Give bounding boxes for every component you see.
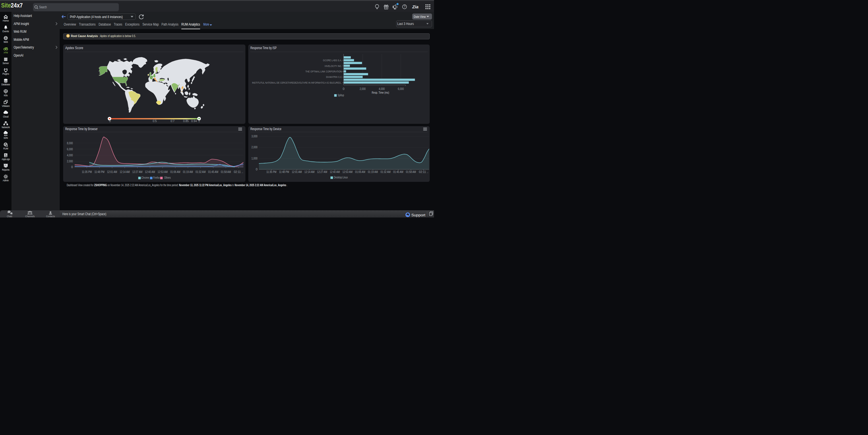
svg-text:Overview: Overview	[64, 22, 76, 26]
svg-text:Home: Home	[3, 19, 9, 22]
svg-text:Reports: Reports	[2, 168, 9, 171]
svg-text:0.5: 0.5	[153, 119, 157, 123]
svg-text:Contacts: Contacts	[46, 214, 55, 218]
svg-text:Admin: Admin	[3, 179, 9, 182]
svg-text:01:45 AM: 01:45 AM	[393, 170, 403, 173]
svg-text:Service Map: Service Map	[143, 22, 159, 26]
svg-text:1: 1	[198, 119, 200, 123]
svg-text:OpenAI: OpenAI	[13, 53, 23, 57]
svg-text:Here is your Smart Chat (Ctrl+: Here is your Smart Chat (Ctrl+Space)	[62, 212, 106, 216]
svg-text:11:48 PM: 11:48 PM	[279, 170, 289, 173]
svg-text:0: 0	[256, 168, 257, 171]
svg-text:Desktop Linux: Desktop Linux	[334, 176, 348, 179]
svg-text:Server: Server	[3, 61, 9, 65]
svg-text:Traces: Traces	[114, 22, 122, 26]
svg-text:01:32 AM: 01:32 AM	[381, 170, 391, 173]
svg-text:November 14, 2025 2:22 AM Amer: November 14, 2025 2:22 AM America/Los_An…	[235, 183, 286, 187]
svg-text:11:35 PM: 11:35 PM	[267, 170, 276, 173]
svg-text:Chats: Chats	[7, 214, 12, 218]
svg-text:HIVELOCITY INC.: HIVELOCITY INC.	[324, 64, 342, 67]
svg-text:DIAMATRIX C.C: DIAMATRIX C.C	[326, 75, 342, 79]
svg-text:Chrome: Chrome	[141, 176, 149, 179]
svg-text:Cloud: Cloud	[3, 115, 9, 118]
svg-text:0.85: 0.85	[183, 119, 189, 123]
svg-text:3,000: 3,000	[251, 135, 257, 138]
svg-text:02:11 ..: 02:11 ..	[419, 170, 428, 173]
svg-text:on November 14, 2025 2:22 AM A: on November 14, 2025 2:22 AM America/Los…	[107, 183, 179, 187]
svg-text:Transactions: Transactions	[79, 22, 96, 26]
svg-text:01:32 AM: 01:32 AM	[195, 170, 206, 173]
svg-text:0: 0	[343, 87, 344, 90]
svg-text:Database: Database	[98, 22, 111, 26]
svg-text:Others: Others	[164, 176, 171, 179]
svg-text:.: .	[286, 183, 287, 187]
svg-text:APM: APM	[4, 51, 8, 54]
svg-text:1,000: 1,000	[251, 156, 257, 160]
svg-text:12:14 AM: 12:14 AM	[120, 170, 130, 173]
svg-text:12:40 AM: 12:40 AM	[145, 170, 155, 173]
svg-text:GCORE LABS S.A.: GCORE LABS S.A.	[323, 59, 342, 62]
svg-text:OpenTelemetry: OpenTelemetry	[13, 46, 34, 50]
svg-text:Date View: Date View	[414, 15, 426, 19]
svg-text:12:40 AM: 12:40 AM	[330, 170, 340, 173]
svg-text:12:01 AM: 12:01 AM	[107, 170, 117, 173]
svg-text:to: to	[231, 183, 235, 187]
svg-text:02:11 ..: 02:11 ..	[234, 170, 243, 173]
svg-text:November 13, 2025 11:22 PM Ame: November 13, 2025 11:22 PM America/Los_A…	[179, 183, 231, 187]
svg-text:Help Assistant: Help Assistant	[13, 14, 32, 18]
svg-text:0: 0	[71, 165, 73, 169]
svg-text:01:19 AM: 01:19 AM	[183, 170, 193, 173]
svg-text:Plugins: Plugins	[3, 72, 9, 75]
svg-text:Channels: Channels	[25, 214, 35, 218]
svg-text:Web: Web	[4, 40, 8, 44]
svg-text:PHP-Application (4 hosts and 8: PHP-Application (4 hosts and 8 instances…	[70, 15, 123, 19]
svg-text:11:35 PM: 11:35 PM	[82, 170, 92, 173]
svg-text:Events: Events	[3, 30, 9, 33]
svg-text:Path Analysis: Path Analysis	[162, 22, 179, 26]
svg-text:Mobile APM: Mobile APM	[13, 38, 29, 42]
svg-text:Last 3 Hours: Last 3 Hours	[397, 22, 414, 26]
svg-text:8,000: 8,000	[67, 141, 73, 145]
svg-text:RUM: RUM	[3, 147, 8, 150]
svg-text:Site: Site	[1, 2, 11, 9]
svg-text:APM Insight: APM Insight	[13, 22, 29, 26]
svg-text:: Apdex of application is belo: : Apdex of application is below 0.5.	[99, 34, 136, 38]
svg-text:12:53 AM: 12:53 AM	[158, 170, 167, 173]
svg-text:0.94: 0.94	[191, 119, 197, 123]
svg-text:2,000: 2,000	[251, 145, 257, 149]
svg-text:Exceptions: Exceptions	[125, 22, 140, 26]
svg-text:4,000: 4,000	[379, 87, 385, 90]
svg-text:01:06 AM: 01:06 AM	[170, 170, 180, 173]
svg-text:01:06 AM: 01:06 AM	[355, 170, 365, 173]
svg-text:01:19 AM: 01:19 AM	[368, 170, 378, 173]
svg-text:Web RUM: Web RUM	[13, 30, 26, 34]
svg-text:ZSHOPPING: ZSHOPPING	[94, 183, 107, 187]
svg-text:01:58 AM: 01:58 AM	[221, 170, 231, 173]
svg-text:RUM Analytics: RUM Analytics	[181, 22, 200, 26]
svg-text:?: ?	[404, 5, 405, 8]
svg-text:Resp. Time (ms): Resp. Time (ms)	[372, 91, 389, 94]
svg-text:6,000: 6,000	[398, 87, 404, 90]
svg-text:Support: Support	[411, 213, 425, 217]
svg-text:0: 0	[109, 119, 111, 123]
svg-text:Apdex Score: Apdex Score	[65, 46, 83, 50]
svg-text:01:45 AM: 01:45 AM	[208, 170, 218, 173]
svg-text:Database: Database	[1, 83, 10, 86]
svg-text:6,000: 6,000	[67, 147, 73, 150]
svg-text:24x7: 24x7	[11, 2, 23, 9]
svg-text:12:01 AM: 12:01 AM	[291, 170, 302, 173]
svg-text:SDN: SDN	[4, 136, 8, 139]
svg-text:AppLogs: AppLogs	[2, 157, 10, 161]
svg-text:11:48 PM: 11:48 PM	[94, 170, 104, 173]
svg-text:12:27 AM: 12:27 AM	[317, 170, 327, 173]
svg-text:Root Cause Analysis: Root Cause Analysis	[71, 34, 98, 38]
svg-text:4,000: 4,000	[67, 153, 73, 156]
svg-text:More: More	[203, 22, 209, 26]
svg-text:Network: Network	[2, 125, 10, 129]
svg-text:THE OPTIMAL LINK CORPORATION: THE OPTIMAL LINK CORPORATION	[305, 70, 342, 73]
svg-text:Firefox: Firefox	[153, 176, 160, 179]
svg-text:12:53 AM: 12:53 AM	[342, 170, 352, 173]
svg-text:2,000: 2,000	[360, 87, 366, 90]
svg-text:12:14 AM: 12:14 AM	[305, 170, 315, 173]
svg-text:12:27 AM: 12:27 AM	[132, 170, 143, 173]
